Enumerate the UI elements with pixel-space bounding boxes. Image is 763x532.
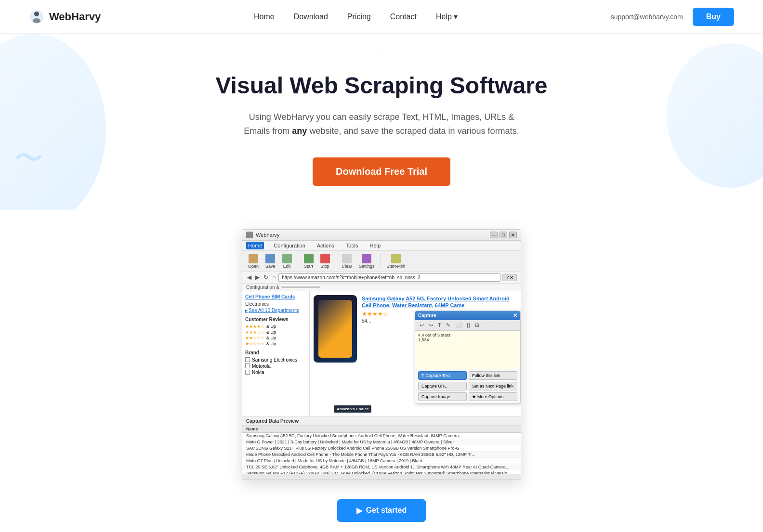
brand-nokia-checkbox[interactable] xyxy=(245,370,250,375)
capture-tool-code[interactable]: {} xyxy=(465,322,472,328)
nav-right: support@webharvy.com Buy xyxy=(611,8,734,26)
more-options-button[interactable]: ★ More Options xyxy=(469,392,517,401)
capture-tool-text[interactable]: T xyxy=(436,322,443,328)
nav-download[interactable]: Download xyxy=(294,13,328,21)
svg-point-2 xyxy=(33,18,40,23)
buy-button[interactable]: Buy xyxy=(693,8,734,26)
phone-screen xyxy=(318,300,352,358)
capture-tool-back[interactable]: ↩ xyxy=(418,322,425,329)
logo-text: WebHarvy xyxy=(49,11,101,23)
capture-content-line1: 4.4 out of 5 stars xyxy=(418,333,517,337)
maximize-button[interactable]: □ xyxy=(500,232,507,238)
brand-nokia[interactable]: Nokia xyxy=(245,370,306,375)
bg-circle-left xyxy=(0,34,106,210)
download-cta-button[interactable]: Download Free Trial xyxy=(313,157,450,186)
config-field[interactable] xyxy=(281,286,320,288)
toolbar-stop[interactable]: Stop xyxy=(318,253,332,270)
brand-samsung[interactable]: Samsung Electronics xyxy=(245,357,306,363)
logo-icon xyxy=(29,9,44,25)
capture-text-button[interactable]: T Capture Text xyxy=(418,371,467,380)
minimize-button[interactable]: ─ xyxy=(490,232,498,238)
star-row-4[interactable]: ★★★★☆ & Up xyxy=(245,324,306,329)
hero-subtitle-p2: website, and save the scraped data in va… xyxy=(307,126,519,136)
nav-home[interactable]: Home xyxy=(254,13,275,21)
capture-tool-redo[interactable]: ↪ xyxy=(427,322,434,329)
toolbar-sep-2 xyxy=(336,254,336,268)
data-row: TCL 20 SE 6.82" Unlocked Celphone, 4GB R… xyxy=(242,464,521,470)
titlebar-controls: ─ □ ✕ xyxy=(490,232,517,238)
toolbar-clear[interactable]: Clear xyxy=(340,253,355,270)
brand-motorola-checkbox[interactable] xyxy=(245,363,250,368)
stars-4: ★★★★☆ xyxy=(245,324,264,329)
data-row: Mode Phone Unlocked Android Cell Phone -… xyxy=(242,452,521,458)
titlebar-left: Webharvy xyxy=(246,232,279,238)
star-row-3[interactable]: ★★★☆☆ & Up xyxy=(245,330,306,335)
sidebar-see-all[interactable]: ▸ See All 10 Departments xyxy=(245,308,306,313)
close-button[interactable]: ✕ xyxy=(509,232,517,238)
nav-email: support@webharvy.com xyxy=(611,13,683,21)
bottom-cta-section: ▶ Get started xyxy=(0,494,763,532)
get-started-button[interactable]: ▶ Get started xyxy=(337,499,426,522)
product-title[interactable]: Samsung Galaxy A52 5G, Factory Unlocked … xyxy=(362,295,517,309)
squiggle-left-icon: 〜 xyxy=(14,139,43,178)
capture-url-button[interactable]: Capture URL xyxy=(418,382,467,390)
menu-help[interactable]: Help xyxy=(368,242,383,249)
toolbar-save[interactable]: Save xyxy=(263,253,277,270)
toolbar-start[interactable]: Start xyxy=(302,253,316,270)
hero-title: Visual Web Scraping Software xyxy=(19,72,744,99)
app-screenshot: Webharvy ─ □ ✕ Home Configuration Action… xyxy=(242,229,521,480)
go-button[interactable]: ✓✕ xyxy=(502,274,517,281)
address-field[interactable]: https://www.amazon.com/s?k=mobile+phone&… xyxy=(278,273,500,282)
squiggle-top-icon: · · · xyxy=(371,43,392,60)
toolbar-open[interactable]: Open xyxy=(246,253,261,270)
menu-tools[interactable]: Tools xyxy=(344,242,360,249)
data-row: Samsung Galaxy A52 5G, Factory Unlocked … xyxy=(242,433,521,439)
app-icon xyxy=(246,232,253,238)
brand-motorola[interactable]: Motorola xyxy=(245,363,306,369)
nav-forward-button[interactable]: ▶ xyxy=(254,274,261,281)
toolbar-startmini[interactable]: Start-Mini xyxy=(385,253,408,270)
arrow-right-icon: ▸ xyxy=(245,308,248,313)
app-scrollbar[interactable] xyxy=(242,474,521,480)
nav-back-button[interactable]: ◀ xyxy=(246,274,252,281)
hero-subtitle: Using WebHarvy you can easily scrape Tex… xyxy=(237,110,526,138)
app-menubar: Home Configuration Actions Tools Help xyxy=(242,241,521,251)
menu-configuration[interactable]: Configuration xyxy=(272,242,307,249)
menu-actions[interactable]: Actions xyxy=(315,242,336,249)
nav-home-button[interactable]: ⌂ xyxy=(271,274,276,281)
star-row-2[interactable]: ★★☆☆☆ & Up xyxy=(245,336,306,340)
brand-samsung-checkbox[interactable] xyxy=(245,357,250,362)
brand-title: Brand xyxy=(245,350,306,355)
follow-link-button[interactable]: Follow this link xyxy=(469,371,517,380)
get-started-icon: ▶ xyxy=(356,506,362,515)
svg-point-1 xyxy=(34,12,39,16)
capture-dialog-title: Capture xyxy=(418,313,436,318)
menu-home[interactable]: Home xyxy=(246,242,264,249)
capture-tool-shape[interactable]: ⬜ xyxy=(454,322,463,329)
nav-help[interactable]: Help ▾ xyxy=(436,12,458,21)
app-main: Cell Phone SIM Cards Electronics ▸ See A… xyxy=(242,291,521,416)
capture-toolbar: ↩ ↪ T ✎ ⬜ {} ⊞ xyxy=(415,320,520,331)
data-row: Moto G Power | 2021 | 3-Day battery | Un… xyxy=(242,439,521,445)
capture-tool-grid[interactable]: ⊞ xyxy=(474,322,481,329)
toolbar-edit[interactable]: Edit xyxy=(280,253,294,270)
capture-close-button[interactable]: ✕ xyxy=(513,312,517,319)
set-next-page-button[interactable]: Set as Next Page link xyxy=(469,382,517,390)
app-sidebar: Cell Phone SIM Cards Electronics ▸ See A… xyxy=(242,291,310,416)
sidebar-sim-cards[interactable]: Cell Phone SIM Cards xyxy=(245,294,306,299)
nav-contact[interactable]: Contact xyxy=(390,13,417,21)
amazon-choice-badge: Amazon's Choice xyxy=(334,405,371,413)
app-title: Webharvy xyxy=(256,232,279,238)
capture-tool-pencil[interactable]: ✎ xyxy=(445,322,452,329)
stars-3: ★★★☆☆ xyxy=(245,330,264,335)
nav-pricing[interactable]: Pricing xyxy=(347,13,371,21)
capture-image-button[interactable]: Capture Image xyxy=(418,392,467,401)
app-datapreview: Captured Data Preview Name Samsung Galax… xyxy=(242,416,521,474)
nav-refresh-button[interactable]: ↻ xyxy=(263,274,269,281)
nav-links: Home Download Pricing Contact Help ▾ xyxy=(254,12,458,21)
app-toolbar: Open Save Edit Start Stop Clear xyxy=(242,251,521,272)
toolbar-settings[interactable]: Settings xyxy=(357,253,377,270)
logo-link[interactable]: WebHarvy xyxy=(29,9,101,25)
capture-text-icon: T xyxy=(421,373,424,378)
star-row-1[interactable]: ★☆☆☆☆ & Up xyxy=(245,341,306,346)
